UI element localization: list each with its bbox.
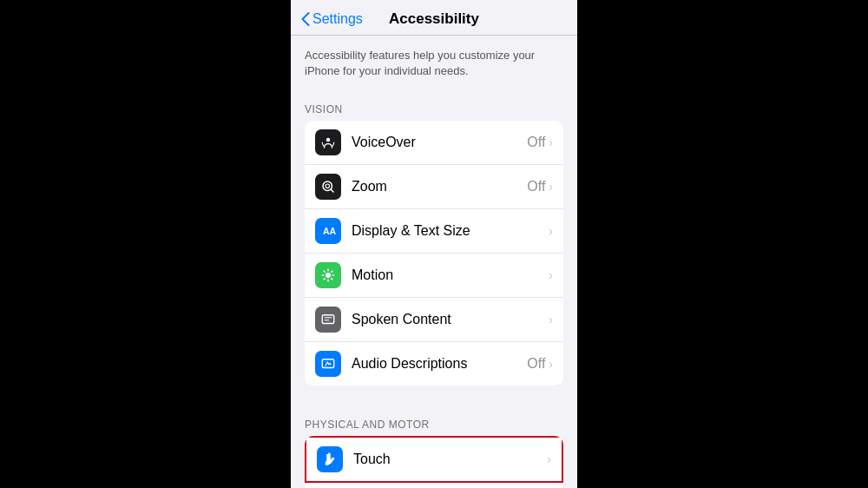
display-label: Display & Text Size	[352, 223, 549, 239]
phone-screen: Settings Accessibility Accessibility fea…	[291, 0, 577, 488]
audio-value: Off	[527, 356, 545, 372]
svg-text:AA: AA	[323, 226, 336, 236]
display-chevron: ›	[549, 224, 553, 238]
back-button[interactable]: Settings	[301, 11, 363, 27]
voiceover-label: VoiceOver	[352, 135, 527, 150]
back-label: Settings	[312, 11, 363, 27]
audio-icon	[315, 351, 341, 377]
motor-group: Touch › Face ID & Attention ›	[305, 436, 563, 488]
section-header-motor: PHYSICAL AND MOTOR	[291, 403, 577, 436]
voiceover-value: Off	[527, 135, 545, 150]
zoom-chevron: ›	[549, 180, 553, 194]
scroll-content[interactable]: Accessibility features help you customiz…	[291, 36, 577, 488]
list-item-display[interactable]: AA Display & Text Size ›	[305, 209, 563, 254]
voiceover-icon	[315, 129, 341, 155]
section-header-vision: VISION	[291, 88, 577, 121]
spoken-label: Spoken Content	[352, 312, 549, 327]
motion-chevron: ›	[549, 268, 553, 282]
description-text: Accessibility features help you customiz…	[291, 36, 577, 88]
nav-bar: Settings Accessibility	[291, 0, 577, 36]
zoom-label: Zoom	[352, 179, 527, 195]
svg-rect-5	[322, 315, 334, 324]
zoom-value: Off	[527, 179, 545, 195]
svg-point-0	[326, 138, 331, 142]
svg-point-2	[326, 184, 330, 188]
spoken-chevron: ›	[549, 313, 553, 326]
list-item-voiceover[interactable]: VoiceOver Off ›	[305, 121, 563, 165]
touch-chevron: ›	[547, 452, 551, 466]
spoken-icon	[315, 307, 341, 333]
zoom-icon	[315, 174, 341, 200]
list-item-motion[interactable]: Motion ›	[305, 254, 563, 298]
motion-label: Motion	[352, 267, 549, 283]
audio-label: Audio Descriptions	[352, 356, 527, 372]
audio-chevron: ›	[549, 357, 553, 371]
voiceover-chevron: ›	[549, 135, 553, 149]
list-item-audio[interactable]: Audio Descriptions Off ›	[305, 342, 563, 386]
list-item-faceid[interactable]: Face ID & Attention ›	[305, 483, 563, 488]
page-title: Accessibility	[389, 10, 479, 28]
svg-point-4	[326, 273, 331, 278]
vision-group: VoiceOver Off › Zoom Off ›	[305, 121, 563, 386]
list-item-touch[interactable]: Touch ›	[305, 436, 563, 483]
list-item-zoom[interactable]: Zoom Off ›	[305, 165, 563, 209]
touch-icon	[317, 446, 343, 472]
display-icon: AA	[315, 218, 341, 244]
motion-icon	[315, 262, 341, 288]
touch-label: Touch	[353, 452, 547, 467]
list-item-spoken[interactable]: Spoken Content ›	[305, 298, 563, 342]
